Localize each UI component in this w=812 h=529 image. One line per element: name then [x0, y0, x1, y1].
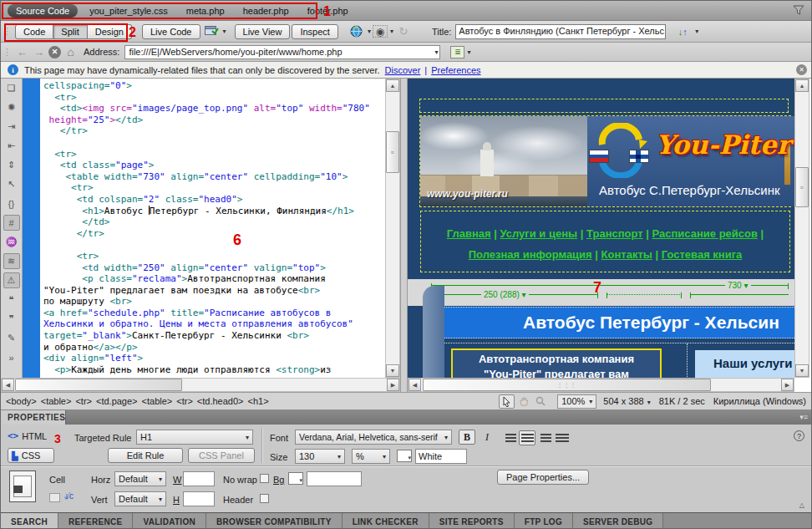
- size-unit-select[interactable]: %▾: [352, 449, 390, 464]
- live-view-button[interactable]: Live View: [235, 24, 291, 39]
- css-panel-button[interactable]: CSS Panel: [188, 448, 255, 463]
- file-management-icon[interactable]: ↓↑: [672, 24, 693, 39]
- design-scroll-left-icon[interactable]: ◀: [409, 379, 421, 391]
- code-view-button[interactable]: Code: [15, 24, 53, 39]
- address-input[interactable]: file:///E|/WebServers/home/you-piter/www…: [124, 45, 440, 59]
- apply-comment-icon[interactable]: ❝: [3, 292, 20, 308]
- page-properties-button[interactable]: Page Properties...: [497, 470, 589, 485]
- close-infobar-icon[interactable]: ✕: [796, 64, 807, 75]
- bg-color-field[interactable]: [307, 471, 362, 486]
- back-icon[interactable]: ←: [15, 45, 29, 59]
- header-checkbox[interactable]: [260, 494, 269, 503]
- code-line[interactable]: 30 </td>: [43, 216, 385, 228]
- align-left-button[interactable]: [502, 430, 519, 445]
- live-code-button[interactable]: Live Code: [142, 24, 200, 39]
- balance-braces-icon[interactable]: {}: [3, 196, 20, 211]
- format-source-code-icon[interactable]: ✎: [3, 330, 20, 346]
- design-scroll-up-icon[interactable]: ▲: [795, 79, 809, 92]
- syntax-error-alerts-icon[interactable]: ♒: [3, 234, 20, 250]
- file-management-dropdown-arrow[interactable]: ▾: [695, 28, 698, 35]
- align-right-button[interactable]: [537, 430, 554, 445]
- code-line[interactable]: 37<a href="schedule.php" title="Расписан…: [43, 308, 385, 319]
- forward-icon[interactable]: →: [32, 45, 46, 59]
- code-editor[interactable]: cellspacing="0">20 <tr>21 <td><img src="…: [40, 79, 385, 378]
- code-line[interactable]: 32: [43, 239, 385, 251]
- edit-rule-button[interactable]: Edit Rule: [108, 448, 183, 463]
- design-vertical-scrollbar[interactable]: ▲ ≡ ▼: [794, 79, 809, 378]
- font-select[interactable]: Verdana, Arial, Helvetica, sans-serif▾: [295, 430, 452, 445]
- results-tab-server-debug[interactable]: SERVER DEBUG: [573, 513, 663, 529]
- code-line[interactable]: target="_blank">Санкт-Петербург - Хельси…: [43, 330, 385, 342]
- code-line[interactable]: 25 <td class="page">: [43, 160, 385, 171]
- code-line[interactable]: 31 </tr>: [43, 228, 385, 240]
- tag-selector-item[interactable]: <tr>: [176, 396, 193, 406]
- code-line[interactable]: cellspacing="0">: [43, 80, 385, 92]
- text-color-field[interactable]: White: [415, 449, 467, 464]
- nav-link[interactable]: Главная: [447, 227, 491, 240]
- nowrap-checkbox[interactable]: [260, 474, 269, 483]
- magnification-select[interactable]: 100%▾: [557, 394, 596, 409]
- tag-selector-item[interactable]: <td.head0>: [197, 396, 244, 406]
- code-scroll-thumb[interactable]: ≡: [386, 131, 399, 173]
- discover-link[interactable]: Discover: [385, 65, 421, 75]
- bg-color-swatch[interactable]: ▾: [288, 472, 303, 485]
- tag-selector-item[interactable]: <td.page>: [96, 396, 138, 406]
- css-mode-button[interactable]: ▙ CSS: [8, 448, 54, 463]
- design-scroll-thumb[interactable]: ≡: [795, 167, 809, 207]
- view-options-dropdown-arrow[interactable]: ▾: [467, 48, 470, 56]
- code-line[interactable]: 40 <p>Каждый день многие люди отправляют…: [43, 364, 385, 376]
- remove-comment-icon[interactable]: ❞: [3, 311, 20, 327]
- results-tab-search[interactable]: SEARCH: [1, 513, 58, 529]
- results-tab-validation[interactable]: VALIDATION: [133, 513, 206, 529]
- size-select[interactable]: 130▾: [295, 449, 345, 464]
- split-divider[interactable]: [400, 79, 408, 392]
- view-options-icon[interactable]: ≣: [450, 46, 464, 58]
- code-line[interactable]: 26 <table width="730" align="center" cel…: [43, 171, 385, 183]
- code-line[interactable]: 21 <td><img src="images/page_top.png" al…: [43, 103, 385, 114]
- align-center-button[interactable]: [519, 430, 535, 445]
- related-file-tab[interactable]: meta.php: [186, 6, 225, 16]
- tag-selector-item[interactable]: <body>: [6, 396, 37, 406]
- nav-link[interactable]: Полезная информация: [469, 248, 592, 261]
- code-line[interactable]: 23: [43, 137, 385, 149]
- code-scroll-down-icon[interactable]: ▼: [386, 364, 399, 377]
- hand-tool-icon[interactable]: [515, 394, 531, 409]
- properties-tab[interactable]: PROPERTIES: [1, 410, 66, 425]
- check-browser-dropdown-arrow[interactable]: ▾: [223, 28, 226, 35]
- table-width-bar-730[interactable]: 730 ▾: [431, 285, 789, 286]
- line-numbers-icon[interactable]: #: [3, 215, 20, 231]
- nav-link[interactable]: Транспорт: [586, 227, 643, 240]
- tag-selector-item[interactable]: <h1>: [248, 396, 269, 406]
- code-line[interactable]: 33 <tr>: [43, 251, 385, 262]
- design-scroll-down-icon[interactable]: ▼: [795, 364, 809, 377]
- design-hscroll-thumb[interactable]: ⋮⋮⋮: [423, 379, 711, 391]
- code-navigator-icon[interactable]: ✺: [3, 99, 20, 115]
- collapse-full-tag-icon[interactable]: ⇥: [3, 119, 20, 135]
- code-line[interactable]: height="25"></td>: [43, 114, 385, 126]
- code-line[interactable]: 29 <h1>Автобус Петербург - Хельсинки, Фи…: [43, 206, 385, 217]
- pointer-tool-icon[interactable]: [499, 394, 515, 409]
- code-line[interactable]: 36по маршруту <br>: [43, 296, 385, 308]
- code-line[interactable]: Хельсинки и обратно. Цены и места отправ…: [43, 318, 385, 330]
- targeted-rule-select[interactable]: H1▾: [136, 430, 253, 445]
- open-documents-icon[interactable]: ❏: [3, 80, 20, 96]
- code-line[interactable]: 34 <td width="250" align="center" valign…: [43, 262, 385, 274]
- window-size-indicator[interactable]: 504 x 388 ▾: [603, 396, 650, 406]
- zoom-tool-icon[interactable]: [532, 394, 548, 409]
- code-vertical-scrollbar[interactable]: ▲ ≡ ▼: [385, 79, 400, 378]
- code-horizontal-scrollbar[interactable]: ◀ ▶: [1, 378, 400, 392]
- tag-selector-item[interactable]: <table>: [142, 396, 173, 406]
- code-line[interactable]: 28 <td colspan="2" class="head0">: [43, 194, 385, 206]
- code-scroll-up-icon[interactable]: ▲: [386, 79, 399, 92]
- column-width-bar-250[interactable]: 250 (288) ▾: [431, 294, 598, 295]
- merge-cells-icon[interactable]: [49, 493, 60, 502]
- inspect-button[interactable]: Inspect: [292, 24, 337, 39]
- split-view-button[interactable]: Split: [53, 24, 87, 39]
- address-dropdown-arrow[interactable]: ▾: [434, 48, 438, 56]
- bold-button[interactable]: B: [459, 430, 475, 445]
- code-line[interactable]: "You-Piter" предлагает вам поездки на ав…: [43, 285, 385, 297]
- word-wrap-icon[interactable]: ≋: [3, 253, 20, 269]
- tag-selector-item[interactable]: <tr>: [75, 396, 92, 406]
- help-icon[interactable]: ?: [794, 430, 804, 441]
- preview-dropdown-arrow[interactable]: ▾: [368, 28, 371, 35]
